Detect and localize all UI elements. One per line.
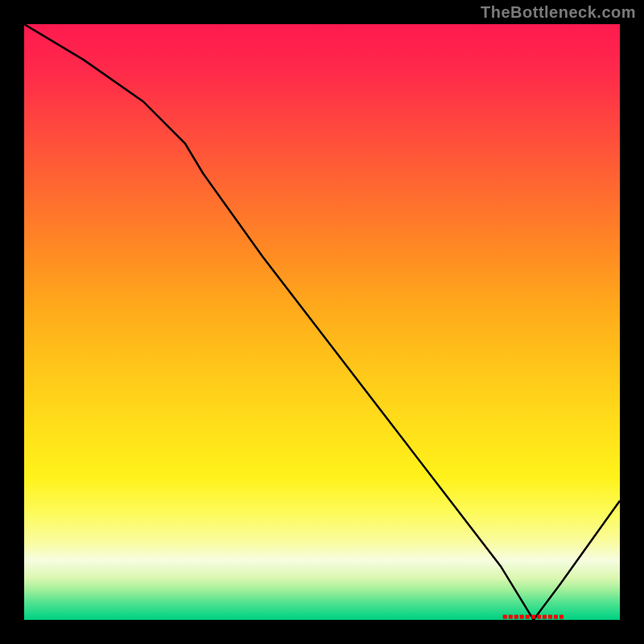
curve-path bbox=[24, 24, 620, 620]
optimal-marker: ■■■■■■■■■■■ bbox=[502, 611, 564, 620]
plot-outer: ■■■■■■■■■■■ bbox=[24, 24, 620, 620]
bottleneck-curve bbox=[24, 24, 620, 620]
watermark-text: TheBottleneck.com bbox=[481, 3, 636, 22]
chart-frame: TheBottleneck.com ■■■■■■■■■■■ bbox=[0, 0, 644, 644]
plot-area: ■■■■■■■■■■■ bbox=[24, 24, 620, 620]
